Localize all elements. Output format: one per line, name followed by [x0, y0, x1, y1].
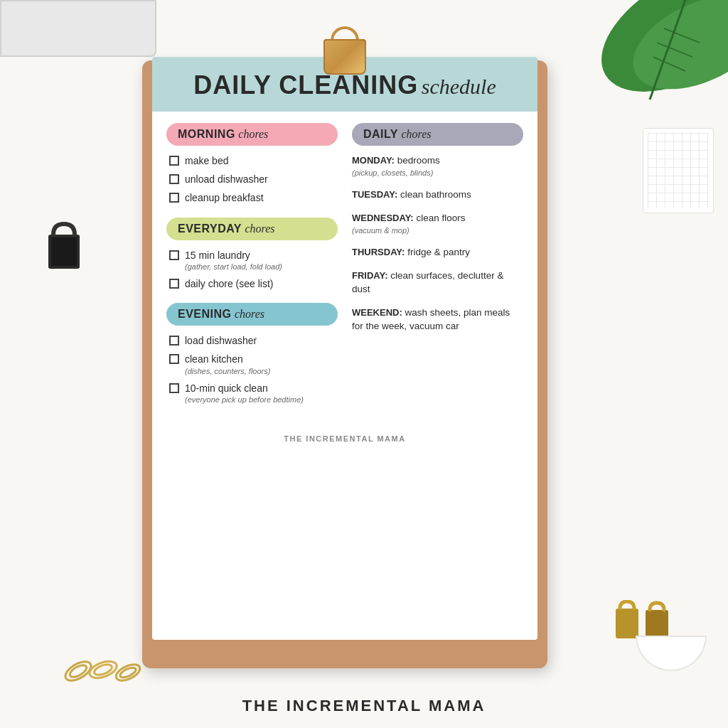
- evening-header: EVENING chores: [166, 303, 338, 326]
- day-monday: MONDAY:: [352, 155, 395, 166]
- checklist-text-unload-dishwasher: unload dishwasher: [185, 173, 268, 186]
- list-item: make bed: [169, 154, 338, 167]
- svg-point-10: [87, 658, 119, 681]
- checklist-text-quick-clean: 10-min quick clean (everyone pick up bef…: [185, 382, 304, 405]
- notebook-decoration: [643, 128, 714, 213]
- everyday-header: EVERYDAY chores: [166, 218, 338, 240]
- list-item: unload dishwasher: [169, 173, 338, 186]
- checklist-sub-kitchen: (dishes, counters, floors): [185, 366, 270, 376]
- evening-label-italic: chores: [235, 308, 264, 320]
- laptop-decoration: [0, 0, 156, 57]
- list-item: clean kitchen (dishes, counters, floors): [169, 353, 338, 375]
- header-title-bold: DAILY CLEANING: [193, 70, 418, 100]
- clip-body: [323, 39, 366, 75]
- checklist-text-make-bed: make bed: [185, 154, 228, 167]
- content-area: MORNING chores make bed unload dishwashe…: [152, 112, 537, 429]
- everyday-label-bold: EVERYDAY: [178, 223, 242, 235]
- everyday-label-italic: chores: [245, 223, 274, 235]
- checklist-sub-quick-clean: (everyone pick up before bedtime): [185, 395, 304, 405]
- evening-label-bold: EVENING: [178, 308, 232, 320]
- leaf-decoration: [550, 0, 728, 142]
- day-weekend: WEEKEND:: [352, 307, 402, 318]
- list-item: 10-min quick clean (everyone pick up bef…: [169, 382, 338, 405]
- morning-label-bold: MORNING: [178, 128, 235, 140]
- daily-label-bold: DAILY: [363, 128, 398, 140]
- checkbox-clean-kitchen[interactable]: [169, 354, 179, 364]
- checklist-text-cleanup-breakfast: cleanup breakfast: [185, 191, 264, 204]
- list-item: WEEKEND: wash sheets, plan meals for the…: [352, 306, 523, 333]
- list-item: cleanup breakfast: [169, 191, 338, 204]
- day-wednesday-sub: (vacuum & mop): [352, 225, 523, 236]
- clipboard-clip: [323, 39, 366, 78]
- list-item: THURSDAY: fridge & pantry: [352, 246, 523, 259]
- evening-checklist: load dishwasher clean kitchen (dishes, c…: [166, 334, 338, 405]
- svg-rect-15: [646, 610, 668, 638]
- checkbox-daily-chore[interactable]: [169, 279, 179, 289]
- checkbox-make-bed[interactable]: [169, 156, 179, 166]
- morning-header: MORNING chores: [166, 123, 338, 146]
- day-wednesday: WEDNESDAY:: [352, 213, 414, 223]
- checkbox-unload-dishwasher[interactable]: [169, 174, 179, 184]
- daily-label-italic: chores: [401, 128, 431, 140]
- checklist-text-load-dishwasher: load dishwasher: [185, 334, 257, 347]
- checkbox-quick-clean[interactable]: [169, 383, 179, 393]
- svg-rect-7: [51, 237, 77, 266]
- svg-point-9: [68, 663, 89, 679]
- checkbox-load-dishwasher[interactable]: [169, 336, 179, 346]
- checklist-sub-laundry: (gather, start load, fold load): [185, 262, 282, 272]
- header-title-italic: schedule: [422, 75, 496, 98]
- everyday-checklist: 15 min laundry (gather, start load, fold…: [166, 249, 338, 291]
- list-item: WEDNESDAY: clean floors (vacuum & mop): [352, 212, 523, 236]
- checkbox-laundry[interactable]: [169, 250, 179, 260]
- checklist-text-laundry: 15 min laundry (gather, start load, fold…: [185, 249, 282, 272]
- footer-text: THE INCREMENTAL MAMA: [284, 434, 405, 443]
- paper: DAILY CLEANING schedule MORNING chores m…: [152, 57, 537, 640]
- day-tuesday: TUESDAY:: [352, 189, 397, 200]
- morning-label-italic: chores: [238, 128, 268, 140]
- daily-header: DAILY chores: [352, 123, 523, 146]
- svg-point-12: [114, 661, 142, 684]
- binder-clip-left: [43, 220, 85, 270]
- svg-rect-14: [616, 609, 638, 638]
- clipboard: DAILY CLEANING schedule MORNING chores m…: [142, 39, 547, 672]
- list-item: FRIDAY: clean surfaces, declutter & dust: [352, 269, 523, 296]
- paper-footer: THE INCREMENTAL MAMA: [152, 429, 537, 449]
- morning-checklist: make bed unload dishwasher cleanup break…: [166, 154, 338, 205]
- day-friday: FRIDAY:: [352, 270, 388, 281]
- bottom-brand-text: THE INCREMENTAL MAMA: [0, 697, 728, 715]
- list-item: load dishwasher: [169, 334, 338, 347]
- list-item: 15 min laundry (gather, start load, fold…: [169, 249, 338, 272]
- checkbox-cleanup-breakfast[interactable]: [169, 193, 179, 203]
- list-item: MONDAY: bedrooms (pickup, closets, blind…: [352, 154, 523, 178]
- left-column: MORNING chores make bed unload dishwashe…: [166, 123, 338, 417]
- day-monday-sub: (pickup, closets, blinds): [352, 168, 523, 178]
- list-item: daily chore (see list): [169, 277, 338, 290]
- right-column: DAILY chores MONDAY: bedrooms (pickup, c…: [352, 123, 523, 417]
- day-thursday: THURSDAY:: [352, 247, 405, 257]
- list-item: TUESDAY: clean bathrooms: [352, 188, 523, 202]
- paperclips-bottom: [57, 650, 142, 685]
- checklist-text-clean-kitchen: clean kitchen (dishes, counters, floors): [185, 353, 270, 375]
- checklist-text-daily-chore: daily chore (see list): [185, 277, 274, 290]
